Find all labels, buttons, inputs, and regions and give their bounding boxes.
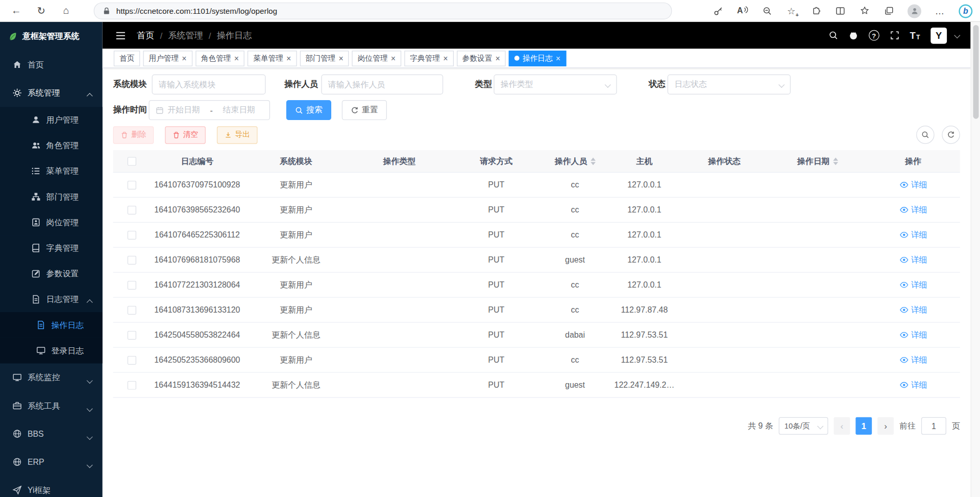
reset-button[interactable]: 重置 (342, 100, 387, 120)
tab-close-icon[interactable]: × (338, 54, 343, 62)
next-page-button[interactable]: › (877, 417, 894, 435)
address-bar[interactable]: https://ccnetcore.com:1101/system/log/op… (94, 3, 672, 19)
breadcrumb-home[interactable]: 首页 (137, 30, 154, 41)
sidebar-item-login-log[interactable]: 登录日志 (0, 338, 103, 363)
detail-link[interactable]: 详细 (899, 329, 927, 341)
tab-user-mgmt[interactable]: 用户管理× (143, 51, 192, 66)
tab-role-mgmt[interactable]: 角色管理× (195, 51, 244, 66)
tab-param-settings[interactable]: 参数设置× (457, 51, 506, 66)
sidebar-item-system-monitor[interactable]: 系统监控 (0, 363, 103, 391)
sidebar-item-user-mgmt[interactable]: 用户管理 (0, 107, 103, 132)
detail-link[interactable]: 详细 (899, 179, 927, 191)
avatar-chevron-down-icon[interactable] (954, 32, 960, 38)
detail-link[interactable]: 详细 (899, 304, 927, 316)
refresh-table-button[interactable] (942, 126, 960, 144)
detail-link[interactable]: 详细 (899, 380, 927, 391)
scrollbar[interactable] (971, 22, 980, 497)
status-select[interactable]: 日志状态 (668, 75, 791, 94)
browser-profile-avatar[interactable] (908, 4, 921, 18)
app-logo[interactable]: 意框架管理系统 (0, 22, 103, 51)
tab-post-mgmt[interactable]: 岗位管理× (352, 51, 401, 66)
read-aloud-icon[interactable]: A (737, 5, 748, 16)
tab-dept-mgmt[interactable]: 部门管理× (300, 51, 349, 66)
search-button[interactable]: 搜索 (286, 100, 331, 120)
export-button[interactable]: 导出 (217, 126, 258, 144)
sidebar-item-oper-log[interactable]: 操作日志 (0, 312, 103, 338)
page-button-1[interactable]: 1 (855, 417, 872, 435)
tab-oper-log[interactable]: 操作日志× (509, 51, 566, 66)
row-checkbox[interactable] (127, 180, 136, 189)
detail-link[interactable]: 详细 (899, 254, 927, 266)
fullscreen-icon[interactable] (890, 31, 899, 40)
col-operator-sortable[interactable]: 操作人员 (541, 155, 608, 167)
detail-link[interactable]: 详细 (899, 229, 927, 241)
sidebar-item-system-tools[interactable]: 系统工具 (0, 392, 103, 420)
user-avatar[interactable]: Y (930, 27, 947, 43)
row-checkbox[interactable] (127, 205, 136, 214)
tab-close-icon[interactable]: × (391, 54, 396, 62)
font-size-icon[interactable]: T T (910, 30, 920, 41)
row-checkbox[interactable] (127, 330, 136, 339)
sidebar-item-param-settings[interactable]: 参数设置 (0, 261, 103, 287)
breadcrumb-system-mgmt[interactable]: 系统管理 (168, 30, 203, 41)
bing-icon[interactable]: b (959, 4, 972, 18)
tab-close-icon[interactable]: × (234, 54, 239, 62)
sidebar-item-system-mgmt[interactable]: 系统管理 (0, 79, 103, 107)
sidebar-item-home[interactable]: 首页 (0, 51, 103, 79)
select-all-checkbox[interactable] (127, 157, 136, 165)
row-checkbox[interactable] (127, 280, 136, 289)
zoom-out-icon[interactable] (761, 5, 772, 16)
tab-home[interactable]: 首页 (114, 51, 140, 66)
detail-link[interactable]: 详细 (899, 279, 927, 291)
prev-page-button[interactable]: ‹ (834, 417, 850, 435)
tab-close-icon[interactable]: × (495, 54, 500, 62)
row-checkbox[interactable] (127, 255, 136, 264)
help-icon[interactable]: ? (869, 30, 879, 41)
tab-close-icon[interactable]: × (286, 54, 291, 62)
sidebar-item-log-mgmt[interactable]: 日志管理 (0, 287, 103, 312)
sort-icons[interactable] (591, 157, 596, 165)
row-checkbox[interactable] (127, 305, 136, 314)
header-search-icon[interactable] (828, 31, 838, 40)
row-checkbox[interactable] (127, 381, 136, 389)
date-range-picker[interactable]: 开始日期 - 结束日期 (149, 100, 270, 120)
type-select[interactable]: 操作类型 (494, 75, 617, 94)
detail-link[interactable]: 详细 (899, 354, 927, 366)
scrollbar-thumb[interactable] (973, 25, 979, 119)
row-checkbox[interactable] (127, 356, 136, 364)
goto-page-input[interactable] (921, 417, 946, 435)
add-favorite-icon[interactable]: ☆ + (786, 5, 797, 16)
tab-menu-mgmt[interactable]: 菜单管理× (248, 51, 297, 66)
sidebar-item-dict-mgmt[interactable]: 字典管理 (0, 235, 103, 261)
favorites-icon[interactable] (859, 5, 870, 16)
show-search-button[interactable] (916, 126, 935, 144)
split-screen-icon[interactable] (835, 5, 846, 16)
github-icon[interactable] (849, 31, 858, 40)
row-checkbox[interactable] (127, 230, 136, 239)
extensions-icon[interactable] (810, 5, 821, 16)
sidebar-item-erp[interactable]: ERP (0, 448, 103, 476)
detail-link[interactable]: 详细 (899, 204, 927, 216)
clear-button[interactable]: 清空 (165, 126, 206, 144)
collections-icon[interactable] (883, 5, 894, 16)
sidebar-item-post-mgmt[interactable]: 岗位管理 (0, 209, 103, 235)
tab-close-icon[interactable]: × (556, 54, 560, 62)
operator-input[interactable] (321, 75, 443, 94)
sidebar-item-menu-mgmt[interactable]: 菜单管理 (0, 158, 103, 184)
col-date-sortable[interactable]: 操作日期 (769, 155, 866, 167)
sidebar-item-dept-mgmt[interactable]: 部门管理 (0, 184, 103, 209)
browser-back-icon[interactable]: ← (9, 3, 23, 18)
sidebar-item-role-mgmt[interactable]: 角色管理 (0, 133, 103, 158)
module-input[interactable] (152, 75, 266, 94)
sort-icons[interactable] (833, 157, 838, 165)
tab-close-icon[interactable]: × (443, 54, 448, 62)
browser-home-icon[interactable]: ⌂ (59, 3, 74, 18)
browser-refresh-icon[interactable]: ↻ (34, 3, 48, 18)
tab-close-icon[interactable]: × (182, 54, 186, 62)
sidebar-item-bbs[interactable]: BBS (0, 420, 103, 448)
hamburger-collapse-icon[interactable] (115, 30, 126, 41)
password-key-icon[interactable] (713, 5, 724, 16)
delete-button[interactable]: 删除 (113, 126, 154, 144)
page-size-select[interactable]: 10条/页 (779, 417, 828, 435)
browser-settings-more-icon[interactable]: … (935, 5, 946, 16)
